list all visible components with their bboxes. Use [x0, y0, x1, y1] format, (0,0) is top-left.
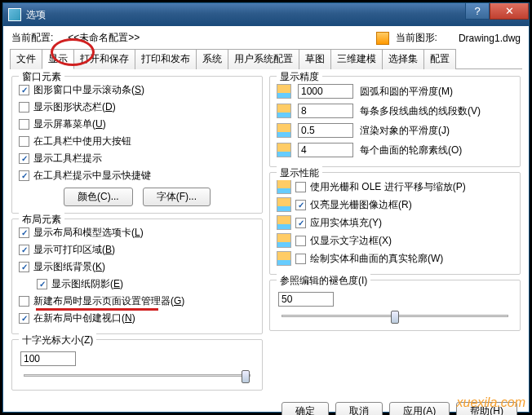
- checkbox[interactable]: [295, 236, 306, 246]
- tab-9[interactable]: 配置: [423, 49, 456, 69]
- close-button[interactable]: ✕: [490, 3, 529, 20]
- precision-input-0[interactable]: 1000: [298, 84, 353, 99]
- tab-7[interactable]: 三维建模: [330, 49, 383, 69]
- checkbox[interactable]: [19, 102, 29, 113]
- group-precision: 显示精度 1000圆弧和圆的平滑度(M)8每条多段线曲线的线段数(V)0.5渲染…: [269, 76, 521, 167]
- window-title: 选项: [26, 8, 46, 22]
- checkbox-label: 在新布局中创建视口(N): [33, 311, 135, 325]
- tab-1[interactable]: 显示: [42, 49, 74, 69]
- le-row-3[interactable]: 显示图纸阴影(E): [19, 276, 255, 293]
- group-performance: 显示性能 使用光栅和 OLE 进行平移与缩放(P)仅亮显光栅图像边框(R)应用实…: [269, 172, 521, 275]
- crosshair-value[interactable]: 100: [20, 351, 76, 366]
- tab-2[interactable]: 打开和保存: [73, 49, 135, 69]
- color-button[interactable]: 颜色(C)...: [64, 188, 133, 206]
- checkbox-label: 显示可打印区域(B): [33, 243, 115, 257]
- slider-thumb[interactable]: [391, 311, 399, 324]
- perf-row-4[interactable]: 绘制实体和曲面的真实轮廓(W): [277, 249, 513, 267]
- group-title-crosshair: 十字光标大小(Z): [19, 333, 96, 347]
- checkbox[interactable]: [19, 85, 29, 95]
- le-row-0[interactable]: 显示布局和模型选项卡(L): [19, 224, 255, 241]
- checkbox[interactable]: [19, 245, 29, 255]
- annotation-underline: [36, 308, 158, 311]
- watermark: xuexila.com: [457, 395, 525, 410]
- checkbox[interactable]: [19, 262, 29, 272]
- drawing-name: Drawing1.dwg: [459, 33, 521, 44]
- app-icon: [8, 8, 21, 21]
- perf-row-0[interactable]: 使用光栅和 OLE 进行平移与缩放(P): [277, 178, 513, 196]
- precision-row-1: 8每条多段线曲线的线段数(V): [277, 101, 513, 121]
- tab-6[interactable]: 草图: [299, 49, 331, 69]
- ok-button[interactable]: 确定: [282, 402, 329, 415]
- we-row-5[interactable]: 在工具栏提示中显示快捷键: [19, 167, 255, 184]
- group-crosshair: 十字光标大小(Z) 100: [11, 339, 263, 391]
- precision-input-3[interactable]: 4: [298, 143, 353, 157]
- tab-5[interactable]: 用户系统配置: [228, 49, 299, 69]
- checkbox-label: 显示屏幕菜单(U): [33, 117, 106, 131]
- checkbox[interactable]: [19, 153, 29, 164]
- group-title-performance: 显示性能: [277, 166, 322, 180]
- drawing-icon: [277, 179, 291, 194]
- precision-row-3: 4每个曲面的轮廓素线(O): [277, 140, 513, 160]
- drawing-icon: [277, 233, 291, 248]
- checkbox-label: 应用实体填充(Y): [310, 216, 382, 230]
- precision-input-2[interactable]: 0.5: [298, 123, 353, 138]
- apply-button[interactable]: 应用(A): [389, 402, 450, 415]
- tab-4[interactable]: 系统: [196, 49, 228, 69]
- help-button[interactable]: ?: [465, 3, 490, 20]
- precision-row-2: 0.5渲染对象的平滑度(J): [277, 121, 513, 140]
- header-row: 当前配置: <<未命名配置>> 当前图形: Drawing1.dwg: [3, 26, 529, 48]
- le-row-1[interactable]: 显示可打印区域(B): [19, 241, 255, 258]
- le-row-2[interactable]: 显示图纸背景(K): [19, 258, 255, 276]
- we-row-2[interactable]: 显示屏幕菜单(U): [19, 116, 255, 133]
- current-profile-label: 当前配置:: [11, 31, 53, 45]
- current-drawing-label: 当前图形:: [396, 31, 437, 45]
- drawing-icon: [277, 251, 291, 266]
- tab-0[interactable]: 文件: [10, 49, 42, 69]
- tab-8[interactable]: 选择集: [382, 49, 424, 69]
- checkbox[interactable]: [19, 119, 29, 130]
- refedit-slider[interactable]: [282, 315, 508, 317]
- refedit-value[interactable]: 50: [278, 292, 334, 307]
- precision-row-0: 1000圆弧和圆的平滑度(M): [277, 82, 513, 101]
- perf-row-2[interactable]: 应用实体填充(Y): [277, 214, 513, 232]
- tab-3[interactable]: 打印和发布: [135, 49, 197, 69]
- le-row-5[interactable]: 在新布局中创建视口(N): [19, 310, 255, 327]
- checkbox-label: 仅显示文字边框(X): [310, 234, 392, 248]
- we-row-0[interactable]: 图形窗口中显示滚动条(S): [19, 82, 255, 99]
- drawing-icon: [277, 84, 291, 99]
- precision-label: 渲染对象的平滑度(J): [360, 124, 450, 138]
- precision-label: 每个曲面的轮廓素线(O): [360, 143, 462, 157]
- we-row-4[interactable]: 显示工具栏提示: [19, 150, 255, 167]
- tabs: 文件显示打开和保存打印和发布系统用户系统配置草图三维建模选择集配置: [10, 48, 522, 69]
- checkbox[interactable]: [19, 227, 29, 238]
- checkbox[interactable]: [19, 296, 29, 307]
- slider-thumb[interactable]: [242, 370, 250, 383]
- checkbox-label: 新建布局时显示页面设置管理器(G): [33, 294, 184, 308]
- drawing-icon: [277, 215, 291, 230]
- precision-label: 圆弧和圆的平滑度(M): [360, 85, 453, 99]
- checkbox[interactable]: [295, 200, 306, 210]
- precision-input-1[interactable]: 8: [298, 104, 353, 118]
- perf-row-1[interactable]: 仅亮显光栅图像边框(R): [277, 196, 513, 214]
- checkbox[interactable]: [295, 254, 306, 264]
- we-row-3[interactable]: 在工具栏中使用大按钮: [19, 133, 255, 150]
- checkbox[interactable]: [19, 170, 29, 181]
- perf-row-3[interactable]: 仅显示文字边框(X): [277, 232, 513, 249]
- checkbox-label: 图形窗口中显示滚动条(S): [33, 83, 144, 97]
- checkbox[interactable]: [295, 218, 306, 228]
- checkbox-label: 显示图纸阴影(E): [51, 277, 123, 291]
- titlebar: 选项 ? ✕: [3, 3, 529, 26]
- crosshair-slider[interactable]: [24, 374, 250, 377]
- checkbox[interactable]: [295, 182, 306, 192]
- le-row-4[interactable]: 新建布局时显示页面设置管理器(G): [19, 293, 255, 310]
- font-button[interactable]: 字体(F)...: [143, 188, 211, 206]
- checkbox[interactable]: [37, 279, 47, 289]
- checkbox[interactable]: [19, 313, 29, 324]
- checkbox-label: 显示布局和模型选项卡(L): [33, 226, 144, 240]
- we-row-1[interactable]: 显示图形状态栏(D): [19, 99, 255, 116]
- cancel-button[interactable]: 取消: [335, 402, 383, 415]
- group-ref-edit: 参照编辑的褪色度(I) 50: [269, 280, 521, 331]
- checkbox[interactable]: [19, 136, 29, 147]
- drawing-icon: [277, 143, 291, 157]
- drawing-icon: [277, 197, 291, 212]
